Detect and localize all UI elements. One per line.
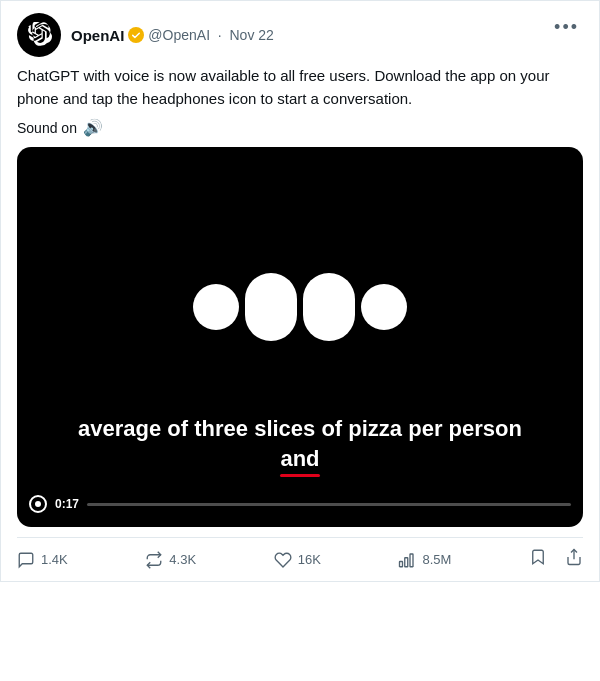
logo-pill-2 bbox=[245, 273, 297, 341]
logo-pill-1 bbox=[193, 284, 239, 330]
like-button[interactable]: 16K bbox=[274, 551, 321, 569]
reply-icon bbox=[17, 551, 35, 569]
reply-button[interactable]: 1.4K bbox=[17, 551, 68, 569]
video-subtitle: average of three slices of pizza per per… bbox=[17, 415, 583, 477]
video-player[interactable]: average of three slices of pizza per per… bbox=[17, 147, 583, 527]
views-count: 8.5M bbox=[422, 552, 451, 567]
video-progress-bar[interactable] bbox=[87, 503, 571, 506]
record-dot bbox=[35, 501, 41, 507]
video-inner: average of three slices of pizza per per… bbox=[17, 147, 583, 527]
sound-on-toggle[interactable]: Sound on 🔊 bbox=[17, 118, 583, 137]
video-record-button[interactable] bbox=[29, 495, 47, 513]
user-info: OpenAI @OpenAI · Nov 22 bbox=[71, 27, 274, 44]
views-icon bbox=[398, 551, 416, 569]
svg-point-0 bbox=[128, 27, 144, 43]
sound-label: Sound on bbox=[17, 120, 77, 136]
subtitle-line2: and bbox=[280, 446, 319, 472]
subtitle-line1: average of three slices of pizza per per… bbox=[37, 415, 563, 444]
subtitle-underline bbox=[280, 474, 319, 477]
logo-pill-3 bbox=[303, 273, 355, 341]
handle[interactable]: @OpenAI bbox=[148, 27, 210, 43]
tweet-date: Nov 22 bbox=[229, 27, 273, 43]
svg-rect-1 bbox=[400, 561, 403, 566]
tweet-header: OpenAI @OpenAI · Nov 22 ••• bbox=[17, 13, 583, 57]
retweet-icon bbox=[145, 551, 163, 569]
openai-video-logo bbox=[193, 273, 407, 341]
sound-icon: 🔊 bbox=[83, 118, 103, 137]
tweet-text: ChatGPT with voice is now available to a… bbox=[17, 65, 583, 110]
heart-icon bbox=[274, 551, 292, 569]
svg-rect-3 bbox=[410, 554, 413, 567]
svg-rect-2 bbox=[405, 557, 408, 566]
actions-right bbox=[529, 548, 583, 571]
reply-count: 1.4K bbox=[41, 552, 68, 567]
tweet-card: OpenAI @OpenAI · Nov 22 ••• bbox=[0, 0, 600, 582]
more-options-button[interactable]: ••• bbox=[550, 13, 583, 42]
share-button[interactable] bbox=[565, 548, 583, 571]
bookmark-button[interactable] bbox=[529, 548, 547, 571]
avatar[interactable] bbox=[17, 13, 61, 57]
handle-date: @OpenAI · Nov 22 bbox=[148, 27, 274, 43]
video-timestamp: 0:17 bbox=[55, 497, 79, 511]
video-controls: 0:17 bbox=[29, 495, 571, 513]
verified-badge-icon bbox=[128, 27, 144, 43]
views-button[interactable]: 8.5M bbox=[398, 551, 451, 569]
retweet-button[interactable]: 4.3K bbox=[145, 551, 196, 569]
display-name[interactable]: OpenAI bbox=[71, 27, 124, 44]
user-name-row: OpenAI @OpenAI · Nov 22 bbox=[71, 27, 274, 44]
logo-pill-4 bbox=[361, 284, 407, 330]
openai-logo-icon bbox=[26, 22, 52, 48]
tweet-actions: 1.4K 4.3K 16K bbox=[17, 537, 583, 581]
retweet-count: 4.3K bbox=[169, 552, 196, 567]
tweet-header-left: OpenAI @OpenAI · Nov 22 bbox=[17, 13, 274, 57]
like-count: 16K bbox=[298, 552, 321, 567]
